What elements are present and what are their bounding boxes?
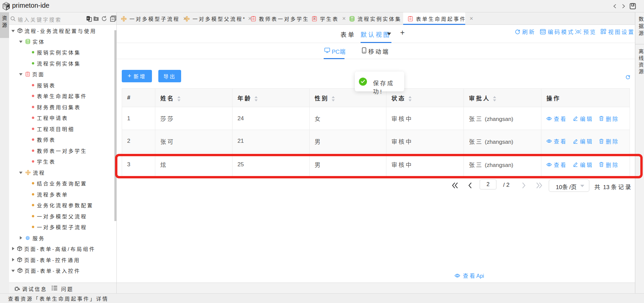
svg-text:in: in: [87, 17, 89, 19]
